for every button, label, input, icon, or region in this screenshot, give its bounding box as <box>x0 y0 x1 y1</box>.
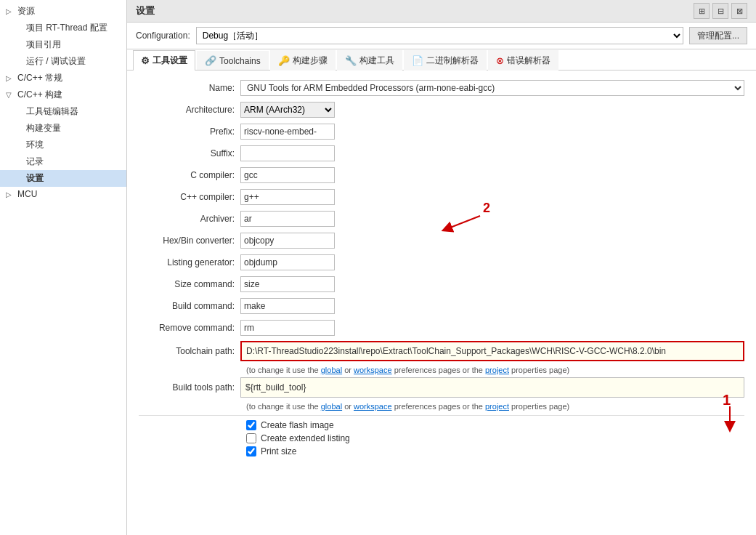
tree-toggle-resources: ▷ <box>6 7 15 15</box>
checkbox-row-flash: Create flash image <box>246 420 744 430</box>
name-label: Name: <box>139 83 240 93</box>
sidebar-item-label: 项目 RT-Thread 配置 <box>26 22 107 34</box>
sidebar-item-label: 构建变量 <box>26 122 61 134</box>
sidebar-item-cpp-common[interactable]: ▷ C/C++ 常规 <box>0 70 126 87</box>
build-global-link[interactable]: global <box>321 402 342 411</box>
sidebar-item-label: 设置 <box>26 172 44 185</box>
sidebar: ▷ 资源 项目 RT-Thread 配置 项目引用 运行 / 调试设置 ▷ C/… <box>0 0 127 535</box>
prefix-input[interactable] <box>240 124 335 140</box>
cpp-compiler-input[interactable] <box>240 189 335 205</box>
c-compiler-input[interactable] <box>240 167 335 183</box>
tab-label: 构建步骤 <box>293 55 328 67</box>
sidebar-item-label: 项目引用 <box>26 39 61 51</box>
tab-error-parser[interactable]: ⊗ 错误解析器 <box>488 50 558 71</box>
sidebar-item-env[interactable]: 环境 <box>0 137 126 153</box>
toolbar-icons: ⊞ ⊟ ⊠ <box>694 3 747 19</box>
error-parser-icon: ⊗ <box>496 55 504 66</box>
tab-binary-parser[interactable]: 📄 二进制解析器 <box>404 50 487 71</box>
tab-label: 错误解析器 <box>507 55 550 67</box>
form-row-build-tools-path: Build tools path: <box>139 377 744 398</box>
build-steps-icon: 🔑 <box>278 55 290 66</box>
form-row-hex-bin: Hex/Bin converter: <box>139 232 744 249</box>
remove-cmd-input[interactable] <box>240 320 335 336</box>
listing-gen-label: Listing generator: <box>139 257 240 268</box>
sidebar-item-resources[interactable]: ▷ 资源 <box>0 3 126 20</box>
toolchain-workspace-link[interactable]: workspace <box>354 366 392 374</box>
tabs-row: ⚙ 工具设置 🔗 Toolchains 🔑 构建步骤 🔧 构建工具 📄 二进制解… <box>127 49 756 71</box>
build-tools-path-input[interactable] <box>240 377 744 398</box>
create-flash-label[interactable]: Create flash image <box>261 420 334 430</box>
tab-build-steps[interactable]: 🔑 构建步骤 <box>270 50 336 71</box>
architecture-select[interactable]: ARM (AArch32) <box>240 102 335 118</box>
checkbox-row-extended: Create extended listing <box>246 433 744 443</box>
c-compiler-label: C compiler: <box>139 170 240 180</box>
remove-cmd-label: Remove command: <box>139 323 240 333</box>
toolchain-global-link[interactable]: global <box>321 366 342 374</box>
main-panel: 设置 ⊞ ⊟ ⊠ Configuration: Debug［活动］ 管理配置..… <box>127 0 756 535</box>
sidebar-item-label: 记录 <box>26 156 44 168</box>
sidebar-item-label: 工具链编辑器 <box>26 105 78 118</box>
print-size-checkbox[interactable] <box>246 446 256 456</box>
tab-toolchains[interactable]: 🔗 Toolchains <box>197 51 269 70</box>
sidebar-item-log[interactable]: 记录 <box>0 153 126 170</box>
create-extended-checkbox[interactable] <box>246 433 256 443</box>
form-row-suffix: Suffix: <box>139 145 744 162</box>
hex-bin-input[interactable] <box>240 233 335 249</box>
sidebar-item-project-ref[interactable]: 项目引用 <box>0 36 126 53</box>
sidebar-item-label: 环境 <box>26 139 44 151</box>
sidebar-item-label: 资源 <box>17 5 35 17</box>
sidebar-item-cpp-build[interactable]: ▽ C/C++ 构建 <box>0 87 126 103</box>
form-row-size-cmd: Size command: <box>139 275 744 293</box>
prefix-label: Prefix: <box>139 126 240 137</box>
form-row-build-cmd: Build command: <box>139 297 744 315</box>
suffix-input[interactable] <box>240 145 335 161</box>
form-row-prefix: Prefix: <box>139 123 744 140</box>
sidebar-item-label: 运行 / 调试设置 <box>26 55 86 68</box>
form-row-architecture: Architecture: ARM (AArch32) <box>139 101 744 118</box>
toolbar-icon-3[interactable]: ⊠ <box>731 3 747 19</box>
form-row-name: Name: GNU Tools for ARM Embedded Process… <box>139 79 744 97</box>
sidebar-item-mcu[interactable]: ▷ MCU <box>0 187 126 201</box>
sidebar-item-tool-editor[interactable]: 工具链编辑器 <box>0 103 126 120</box>
form-row-remove-cmd: Remove command: <box>139 319 744 337</box>
toolchain-path-hint: (to change it use the global or workspac… <box>246 366 744 374</box>
manage-config-button[interactable]: 管理配置... <box>689 27 747 44</box>
tab-build-tools[interactable]: 🔧 构建工具 <box>337 50 402 71</box>
print-size-label[interactable]: Print size <box>261 446 296 456</box>
toolchain-path-input[interactable] <box>240 341 744 361</box>
create-extended-label[interactable]: Create extended listing <box>261 433 350 443</box>
sidebar-item-run-debug[interactable]: 运行 / 调试设置 <box>0 53 126 70</box>
archiver-label: Archiver: <box>139 214 240 224</box>
sidebar-item-build-vars[interactable]: 构建变量 <box>0 120 126 137</box>
form-row-cpp-compiler: C++ compiler: <box>139 188 744 206</box>
config-select[interactable]: Debug［活动］ <box>196 27 683 44</box>
archiver-input[interactable] <box>240 211 335 227</box>
toolbar-icon-2[interactable]: ⊟ <box>712 3 728 19</box>
size-cmd-input[interactable] <box>240 276 335 292</box>
sidebar-item-label: MCU <box>17 189 37 199</box>
sidebar-item-settings[interactable]: 设置 <box>0 170 126 187</box>
tab-label: 工具设置 <box>153 55 187 67</box>
form-row-archiver: Archiver: <box>139 210 744 228</box>
sidebar-item-label: C/C++ 构建 <box>17 89 62 101</box>
listing-gen-input[interactable] <box>240 254 335 270</box>
toolchain-project-link[interactable]: project <box>485 366 509 374</box>
toolchains-icon: 🔗 <box>205 55 216 66</box>
build-workspace-link[interactable]: workspace <box>354 402 392 411</box>
page-title: 设置 <box>136 4 155 17</box>
toolchain-path-label: Toolchain path: <box>139 346 240 356</box>
form-row-toolchain-path: Toolchain path: <box>139 341 744 361</box>
build-cmd-input[interactable] <box>240 298 335 314</box>
build-project-link[interactable]: project <box>485 402 509 411</box>
build-tools-icon: 🔧 <box>345 55 357 66</box>
build-tools-label: Build tools path: <box>139 382 240 393</box>
sidebar-item-rt-thread-config[interactable]: 项目 RT-Thread 配置 <box>0 20 126 36</box>
create-flash-checkbox[interactable] <box>246 420 256 430</box>
name-select[interactable]: GNU Tools for ARM Embedded Processors (a… <box>240 80 744 96</box>
hex-bin-label: Hex/Bin converter: <box>139 236 240 246</box>
build-tools-path-hint: (to change it use the global or workspac… <box>246 402 744 411</box>
tab-tool-settings[interactable]: ⚙ 工具设置 <box>133 50 195 71</box>
config-label: Configuration: <box>136 31 190 41</box>
architecture-label: Architecture: <box>139 105 240 115</box>
toolbar-icon-1[interactable]: ⊞ <box>694 3 710 19</box>
